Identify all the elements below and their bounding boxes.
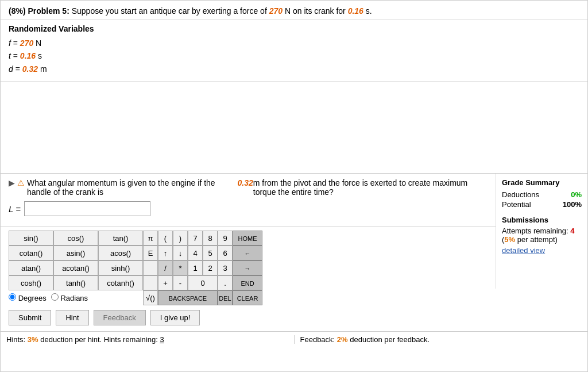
calc-five[interactable]: 5 bbox=[203, 246, 218, 260]
calc-multiply[interactable]: * bbox=[173, 260, 188, 275]
give-up-button[interactable]: I give up! bbox=[150, 310, 200, 325]
calc-dot[interactable]: . bbox=[218, 275, 233, 290]
problem-header: (8%) Problem 5: Suppose you start an ant… bbox=[1, 1, 587, 20]
calc-three[interactable]: 3 bbox=[218, 260, 233, 275]
calc-acos[interactable]: acos() bbox=[98, 246, 143, 260]
hints-num: 3 bbox=[160, 335, 164, 344]
hint-button[interactable]: Hint bbox=[56, 310, 88, 325]
degrees-radians-row: Degrees Radians bbox=[9, 291, 143, 305]
calc-E[interactable]: E bbox=[143, 246, 158, 260]
calc-minus[interactable]: - bbox=[173, 275, 188, 290]
potential-row: Potential 100% bbox=[502, 200, 582, 209]
calc-one[interactable]: 1 bbox=[188, 260, 203, 275]
feedback-button[interactable]: Feedback bbox=[94, 310, 146, 325]
detailed-link-text[interactable]: detailed view bbox=[502, 246, 545, 255]
force-value: 270 bbox=[269, 6, 283, 16]
calc-zero[interactable]: 0 bbox=[188, 275, 218, 290]
play-icon: ▶ bbox=[9, 178, 15, 187]
var-d-label: d bbox=[9, 64, 13, 74]
var-f-line: f = 270 N bbox=[9, 37, 579, 49]
rand-vars-title: Randomized Variables bbox=[9, 24, 579, 33]
calc-sin[interactable]: sin() bbox=[9, 231, 53, 246]
calculator-area: sin() cos() tan() π ( ) 7 8 9 HOME bbox=[1, 227, 496, 331]
calc-two[interactable]: 2 bbox=[203, 260, 218, 275]
calc-left-arr[interactable]: ← bbox=[233, 246, 262, 260]
submit-button[interactable]: Submit bbox=[9, 310, 51, 325]
calc-sqrt[interactable]: √() bbox=[143, 290, 158, 305]
deduction-line: (5% per attempt) bbox=[502, 235, 582, 244]
calc-four[interactable]: 4 bbox=[188, 246, 203, 260]
degrees-label[interactable]: Degrees bbox=[9, 293, 47, 302]
calc-cotanh[interactable]: cotanh() bbox=[98, 275, 143, 290]
bottom-section: ▶ ⚠ What angular momentum is given to th… bbox=[1, 174, 587, 331]
calc-atan[interactable]: atan() bbox=[9, 260, 53, 275]
calc-eight[interactable]: 8 bbox=[203, 231, 218, 246]
calc-right-arr[interactable]: → bbox=[233, 260, 262, 275]
calc-empty2 bbox=[143, 275, 158, 290]
calc-pi[interactable]: π bbox=[143, 231, 158, 246]
empty-workspace bbox=[1, 82, 587, 174]
hints-left: Hints: 3% deduction per hint. Hints rema… bbox=[6, 335, 295, 344]
calc-up[interactable]: ↑ bbox=[158, 246, 173, 260]
calc-seven[interactable]: 7 bbox=[188, 231, 203, 246]
calc-table: sin() cos() tan() π ( ) 7 8 9 HOME bbox=[9, 231, 262, 305]
question-text-post: m from the pivot and the force is exerte… bbox=[253, 178, 488, 197]
problem-label: Problem 5: bbox=[28, 6, 69, 16]
calc-plus[interactable]: + bbox=[158, 275, 173, 290]
calc-main-area: ▶ ⚠ What angular momentum is given to th… bbox=[1, 174, 496, 331]
calc-row-4: cosh() tanh() cotanh() + - 0 . END bbox=[9, 275, 262, 290]
radians-label[interactable]: Radians bbox=[51, 293, 88, 302]
randomized-variables: Randomized Variables f = 270 N t = 0.16 … bbox=[1, 20, 587, 82]
calc-tan[interactable]: tan() bbox=[98, 231, 143, 246]
grade-summary: Grade Summary Deductions 0% Potential 10… bbox=[496, 174, 587, 289]
calc-home[interactable]: HOME bbox=[233, 231, 262, 246]
calc-cosh[interactable]: cosh() bbox=[9, 275, 53, 290]
problem-percent: (8%) bbox=[9, 6, 26, 16]
calc-row-5: Degrees Radians √() BACKSPACE DEL bbox=[9, 290, 262, 305]
calc-down[interactable]: ↓ bbox=[173, 246, 188, 260]
answer-input[interactable] bbox=[24, 201, 150, 216]
calc-cotan[interactable]: cotan() bbox=[9, 246, 53, 260]
calc-end[interactable]: END bbox=[233, 275, 262, 290]
degrees-radio[interactable] bbox=[9, 293, 16, 301]
calc-acotan[interactable]: acotan() bbox=[53, 260, 98, 275]
var-d-line: d = 0.32 m bbox=[9, 63, 579, 75]
deductions-label: Deductions bbox=[502, 190, 539, 199]
calc-clear[interactable]: CLEAR bbox=[233, 290, 262, 305]
calc-open-paren[interactable]: ( bbox=[158, 231, 173, 246]
potential-label: Potential bbox=[502, 200, 531, 209]
potential-val: 100% bbox=[563, 200, 582, 209]
feedback-pre: Feedback: bbox=[300, 335, 337, 344]
var-d-unit: m bbox=[38, 64, 47, 74]
calc-tanh[interactable]: tanh() bbox=[53, 275, 98, 290]
question-line: ▶ ⚠ What angular momentum is given to th… bbox=[9, 178, 488, 197]
calc-six[interactable]: 6 bbox=[218, 246, 233, 260]
deductions-row: Deductions 0% bbox=[502, 190, 582, 199]
calc-divide[interactable]: / bbox=[158, 260, 173, 275]
attempts-val: 4 bbox=[570, 227, 574, 235]
calc-row-2: cotan() asin() acos() E ↑ ↓ 4 5 6 ← bbox=[9, 246, 262, 260]
calc-nine[interactable]: 9 bbox=[218, 231, 233, 246]
answer-row: L = bbox=[9, 201, 488, 216]
question-text-pre: What angular momentum is given to the en… bbox=[27, 178, 238, 197]
time-value: 0.16 bbox=[348, 6, 363, 16]
calc-sinh[interactable]: sinh() bbox=[98, 260, 143, 275]
calc-asin[interactable]: asin() bbox=[53, 246, 98, 260]
attempts-line: Attempts remaining: 4 bbox=[502, 227, 582, 235]
detailed-view-link[interactable]: detailed view bbox=[502, 246, 582, 255]
calc-empty1 bbox=[143, 260, 158, 275]
problem-desc-pre: Suppose you start an antique car by exer… bbox=[72, 6, 269, 16]
feedback-post: deduction per feedback. bbox=[348, 335, 430, 344]
calc-close-paren[interactable]: ) bbox=[173, 231, 188, 246]
calc-cos[interactable]: cos() bbox=[53, 231, 98, 246]
submissions-title: Submissions bbox=[502, 216, 582, 224]
calc-backspace[interactable]: BACKSPACE bbox=[158, 290, 218, 305]
calc-row-3: atan() acotan() sinh() / * 1 2 3 → bbox=[9, 260, 262, 275]
hints-mid: deduction per hint. Hints remaining: bbox=[38, 335, 160, 344]
feedback-pct: 2% bbox=[337, 335, 348, 344]
radians-radio[interactable] bbox=[51, 293, 59, 301]
var-f-unit: N bbox=[33, 39, 41, 48]
deduction-pct: 5% bbox=[504, 235, 515, 244]
calc-del[interactable]: DEL bbox=[218, 290, 233, 305]
var-t-unit: s bbox=[36, 51, 42, 60]
